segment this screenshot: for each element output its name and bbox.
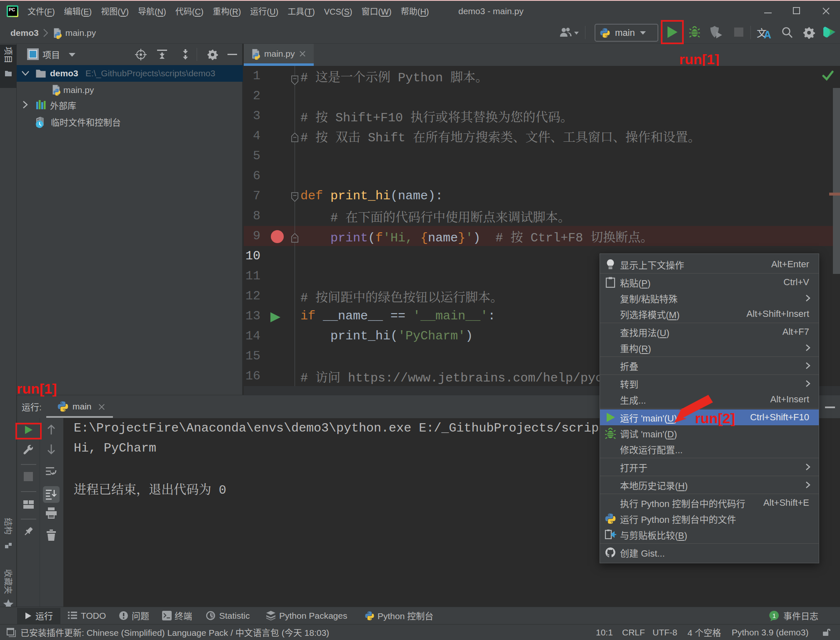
- svg-text:1: 1: [772, 612, 776, 619]
